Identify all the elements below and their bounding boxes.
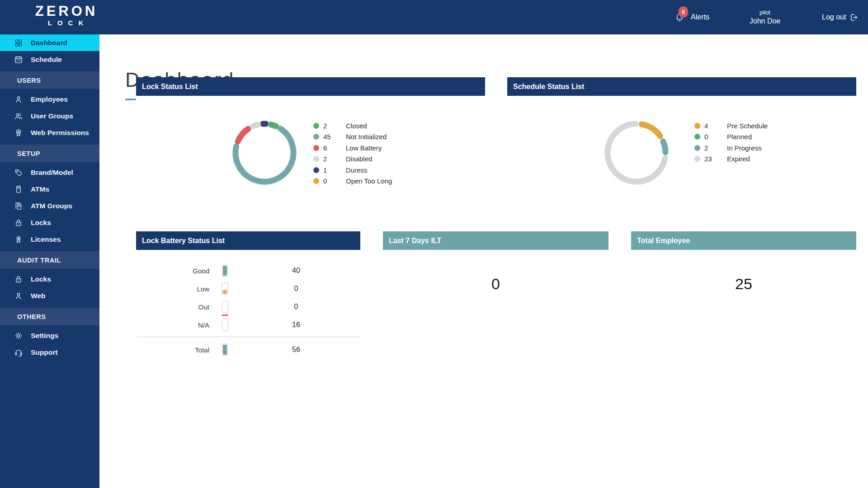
sidebar-item-label: Dashboard [31, 39, 67, 47]
sidebar-section-users: USERS [0, 71, 99, 89]
battery-total-label: Total [136, 346, 209, 354]
user-icon [14, 95, 23, 104]
donut-segment [663, 141, 665, 152]
legend-value: 0 [323, 177, 346, 185]
sidebar-item-locks[interactable]: Locks [0, 214, 99, 231]
sidebar-item-atms[interactable]: ATMs [0, 181, 99, 197]
brand-logo: ZERON LOCK [24, 4, 109, 27]
legend-value: 0 [704, 133, 727, 141]
dashboard-grid-icon [14, 38, 23, 47]
legend-value: 2 [704, 144, 727, 152]
sidebar-item-label: ATMs [31, 185, 49, 193]
sidebar: DashboardScheduleUSERSEmployeesUser Grou… [0, 34, 99, 488]
battery-low-icon [222, 282, 228, 295]
sidebar-item-support[interactable]: Support [0, 344, 99, 361]
schedule-status-legend: 4Pre Schedule0Planned2In Progress23Expir… [694, 120, 768, 164]
legend-dot [313, 178, 319, 184]
sidebar-item-label: Licenses [31, 235, 61, 244]
sidebar-item-schedule[interactable]: Schedule [0, 51, 99, 68]
user-menu[interactable]: pilot John Doe [736, 0, 794, 34]
legend-dot [694, 123, 700, 129]
logout-button[interactable]: Log out [822, 0, 859, 34]
lock-status-legend: 2Closed45Not Initialized6Low Battery2Dis… [313, 120, 392, 187]
sidebar-item-label: User Groups [31, 112, 73, 120]
sidebar-item-dashboard[interactable]: Dashboard [0, 34, 99, 51]
lock-status-donut-chart [224, 112, 305, 193]
battery-row-na: N/A16 [136, 316, 360, 334]
legend-dot [313, 123, 319, 129]
padlock-icon [14, 218, 23, 227]
donut-segment [253, 125, 258, 127]
user-icon [14, 291, 23, 300]
sidebar-section-setup: SETUP [0, 145, 99, 162]
alerts-button[interactable]: 6 Alerts [674, 0, 709, 34]
battery-out-icon [222, 300, 228, 313]
legend-label: In Progress [727, 144, 762, 152]
lock-status-card: Lock Status List 2Closed45Not Initialize… [136, 77, 485, 213]
battery-total-row: Total 56 [136, 340, 360, 360]
legend-item: 45Not Initialized [313, 131, 392, 143]
battery-row-value: 16 [251, 321, 341, 329]
user-role: pilot [760, 9, 770, 16]
legend-label: Pre Schedule [727, 122, 768, 130]
legend-dot [313, 156, 319, 162]
battery-row-low: Low0 [136, 280, 360, 298]
last-7-days-ilt-card: Last 7 Days ILT 0 [383, 231, 609, 367]
battery-row-label: Low [136, 285, 209, 293]
battery-row-label: Good [136, 267, 209, 275]
legend-label: Open Too Long [346, 177, 392, 185]
sidebar-item-web-permissions[interactable]: Web Permissions [0, 124, 99, 141]
topbar: ZERON LOCK 6 Alerts pilot John Doe Log o… [0, 0, 868, 34]
schedule-status-card: Schedule Status List 4Pre Schedule0Plann… [507, 77, 856, 213]
legend-dot [694, 156, 700, 162]
logout-icon [849, 13, 859, 22]
legend-label: Planned [727, 133, 752, 141]
schedule-status-donut-chart [596, 112, 677, 193]
sidebar-item-settings[interactable]: Settings [0, 327, 99, 344]
sidebar-item-audit-locks[interactable]: Locks [0, 271, 99, 287]
sidebar-item-brand-model[interactable]: Brand/Model [0, 164, 99, 181]
atm-machine-icon [14, 185, 23, 194]
battery-divider [136, 337, 360, 337]
bell-icon: 6 [674, 11, 685, 23]
battery-rows: Good40Low0Out0N/A16 [136, 250, 360, 334]
legend-dot [694, 145, 700, 151]
sidebar-section-others: OTHERS [0, 308, 99, 325]
lock-battery-card: Lock Battery Status List Good40Low0Out0N… [136, 231, 360, 371]
sidebar-item-employees[interactable]: Employees [0, 91, 99, 108]
sidebar-item-audit-web[interactable]: Web [0, 287, 99, 304]
legend-value: 45 [323, 133, 346, 141]
legend-value: 2 [323, 122, 346, 130]
legend-value: 4 [704, 122, 727, 130]
user-name: John Doe [750, 16, 781, 26]
sidebar-item-label: Locks [31, 275, 51, 283]
legend-value: 1 [323, 166, 346, 174]
donut-segment [271, 125, 276, 127]
tag-icon [14, 168, 23, 177]
battery-row-good: Good40 [136, 262, 360, 280]
sidebar-item-label: Support [31, 348, 57, 357]
battery-row-label: Out [136, 303, 209, 311]
total-employee-value: 25 [631, 275, 856, 293]
total-employee-card-header: Total Employee [631, 231, 856, 250]
legend-item: 2Disabled [313, 154, 392, 165]
award-ribbon-icon [14, 235, 23, 244]
legend-value: 2 [323, 155, 346, 163]
legend-value: 6 [323, 144, 346, 152]
legend-label: Disabled [346, 155, 372, 163]
sidebar-item-label: Settings [31, 332, 58, 340]
battery-full-icon [222, 264, 228, 277]
sidebar-item-label: Web [31, 292, 45, 300]
legend-item: 0Planned [694, 131, 768, 143]
battery-empty-icon [222, 319, 228, 331]
headset-icon [14, 348, 23, 357]
legend-item: 0Open Too Long [313, 176, 392, 187]
sidebar-item-licenses[interactable]: Licenses [0, 231, 99, 248]
sidebar-item-label: Employees [31, 95, 68, 103]
legend-item: 1Duress [313, 164, 392, 176]
legend-value: 23 [704, 155, 727, 163]
sidebar-item-user-groups[interactable]: User Groups [0, 108, 99, 124]
alerts-label: Alerts [691, 13, 709, 21]
sidebar-item-atm-groups[interactable]: ATM Groups [0, 197, 99, 214]
rosette-star-icon [14, 128, 23, 137]
